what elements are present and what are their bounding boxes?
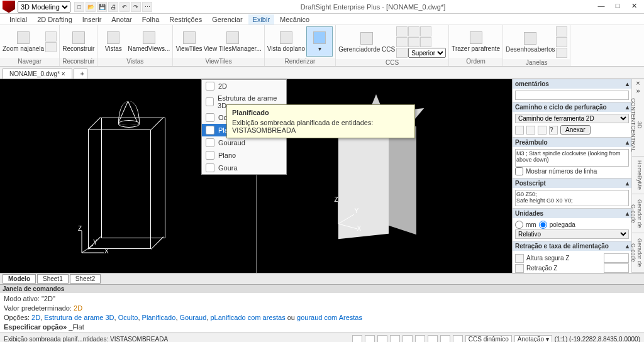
qat-new-icon[interactable]: □	[74, 2, 84, 12]
collapse-icon[interactable]: ▴	[626, 210, 629, 217]
tab-inserir[interactable]: Inserir	[78, 14, 106, 25]
vista-do-plano-button[interactable]: Vista doplano	[267, 26, 305, 57]
relativo-select[interactable]: Relativo	[515, 229, 629, 239]
cmd-link-oculto[interactable]: Oculto	[118, 314, 138, 321]
ccs-icon-1[interactable]	[396, 26, 408, 36]
add-doc-tab[interactable]: +	[74, 69, 87, 79]
collapse-icon[interactable]: ▴	[626, 180, 629, 187]
preambulo-text[interactable]: M3 ; Start spindle clockwise (looking fr…	[515, 149, 629, 167]
side-tab-homebyme[interactable]: HomeByMe	[632, 157, 644, 194]
tab-anotar[interactable]: Anotar	[107, 14, 136, 25]
vistas-button[interactable]: Vistas	[100, 26, 126, 57]
close-button[interactable]: ✕	[626, 2, 641, 12]
mostrar-linhas-checkbox[interactable]	[515, 167, 523, 175]
anexar-button[interactable]: Anexar	[560, 125, 591, 135]
status-icon-3[interactable]	[377, 335, 387, 342]
named-views-button[interactable]: NamedViews...	[128, 26, 170, 57]
help-icon[interactable]: ?	[549, 126, 558, 135]
win-icon-2[interactable]	[556, 37, 567, 47]
doc-tab-close-icon[interactable]: ×	[62, 70, 65, 77]
ccs-icon-3[interactable]	[420, 26, 431, 36]
desenhos-abertos-button[interactable]: Desenhosabertos	[506, 27, 555, 57]
reconstruir-button[interactable]: Reconstruir	[62, 26, 94, 57]
qat-redo-icon[interactable]: ↷	[131, 2, 141, 12]
ccs-icon-4[interactable]	[396, 37, 408, 47]
gerenciador-ccs-button[interactable]: Gerenciadorde CCS	[338, 27, 395, 57]
sheet-tab-1[interactable]: Sheet1	[37, 274, 69, 284]
status-icon-7[interactable]	[428, 335, 438, 342]
tab-2d-drafting[interactable]: 2D Drafting	[33, 14, 77, 25]
ccs-icon-7[interactable]	[396, 48, 408, 58]
ccs-view-select[interactable]: Superior	[408, 48, 446, 58]
doc-tab-active[interactable]: NONAME_0.dwg* ×	[3, 69, 72, 79]
command-window-body[interactable]: Modo ativo: "2D" Valor predeterminado: 2…	[0, 293, 644, 333]
cmd-link-planif-ar[interactable]: pLanificado com arestas	[210, 314, 285, 321]
nav-small-1[interactable]	[45, 31, 57, 41]
qat-open-icon[interactable]: 📂	[86, 2, 96, 12]
collapse-icon[interactable]: ▴	[626, 243, 629, 250]
status-icon-5[interactable]	[402, 335, 413, 342]
qat-more-icon[interactable]: ⋯	[142, 2, 152, 12]
gear-icon[interactable]	[515, 126, 524, 135]
collapse-icon[interactable]: ▴	[626, 80, 629, 87]
unit-pol-radio[interactable]	[539, 221, 547, 229]
cmd-link-2d[interactable]: 2D	[31, 314, 40, 321]
qat-undo-icon[interactable]: ↶	[119, 2, 130, 12]
cmd-link-gouraud-ar[interactable]: gouraud com Arestas	[297, 314, 362, 321]
tab-folha[interactable]: Folha	[138, 14, 164, 25]
unit-mm-radio[interactable]	[515, 221, 523, 229]
status-annot-toggle[interactable]: Anotação ▾	[514, 335, 552, 342]
retracao-z-input[interactable]	[604, 263, 629, 273]
dd-goura[interactable]: Goura	[202, 162, 286, 174]
toolpath-select[interactable]: Caminho de ferramenta 2D	[515, 114, 629, 123]
qat-save-icon[interactable]: 💾	[97, 2, 107, 12]
trazer-para-frente-button[interactable]: Trazer parafrente	[452, 26, 500, 57]
side-tab-gcode1[interactable]: Gerador de G-code	[632, 194, 644, 234]
qat-print-icon[interactable]: 🖨	[108, 2, 118, 12]
tab-exibir[interactable]: Exibir	[248, 14, 275, 25]
render-style-button[interactable]: ▾	[306, 26, 333, 57]
viewtiles-button[interactable]: ViewTiles	[175, 26, 202, 57]
postscript-text[interactable]: G0 Z50;Safe height G0 X0 Y0;	[515, 190, 629, 206]
cmd-link-gouraud[interactable]: Gouraud	[180, 314, 207, 321]
tab-restricoes[interactable]: Restrições	[165, 14, 206, 25]
comentarios-input[interactable]	[515, 91, 629, 100]
ccs-icon-6[interactable]	[420, 37, 431, 47]
folder-icon[interactable]	[526, 126, 535, 135]
win-icon-1[interactable]	[556, 26, 567, 36]
status-icon-4[interactable]	[390, 335, 400, 342]
status-icon-9[interactable]	[453, 335, 463, 342]
status-icon-8[interactable]	[440, 335, 450, 342]
status-ccs-toggle[interactable]: CCS dinâmico	[465, 335, 512, 342]
tab-gerenciar[interactable]: Gerenciar	[208, 14, 247, 25]
status-icon-1[interactable]	[352, 335, 362, 342]
win-icon-3[interactable]	[556, 48, 567, 58]
workspace-select[interactable]: 3D Modeling	[18, 1, 70, 13]
side-tab-3dcc[interactable]: 3D CONTENTCENTRAL	[632, 94, 644, 157]
zoom-na-janela-button[interactable]: Zoom najanela	[3, 26, 44, 57]
status-icon-2[interactable]	[365, 335, 375, 342]
sheet-tab-2[interactable]: Sheet2	[70, 274, 101, 284]
ccs-icon-5[interactable]	[408, 37, 419, 47]
dd-2d[interactable]: 2D	[202, 80, 286, 92]
minimize-button[interactable]: —	[594, 2, 609, 12]
altura-z-input[interactable]	[604, 253, 629, 263]
side-pin-icon[interactable]: »	[632, 87, 644, 94]
collapse-icon[interactable]: ▴	[626, 139, 629, 146]
save-icon[interactable]	[538, 126, 547, 135]
cmd-link-planif[interactable]: Planificado	[142, 314, 176, 321]
viewtiles-manager-button[interactable]: View TilesManager...	[204, 26, 262, 57]
tab-mecanico[interactable]: Mecânico	[275, 14, 314, 25]
ccs-icon-2[interactable]	[408, 26, 419, 36]
dd-gouraud[interactable]: Gouraud	[202, 136, 286, 149]
dd-plano[interactable]: Plano	[202, 149, 286, 162]
maximize-button[interactable]: □	[610, 2, 625, 12]
sheet-tab-modelo[interactable]: Modelo	[3, 274, 36, 284]
collapse-icon[interactable]: ▴	[626, 104, 629, 111]
side-close-icon[interactable]: ×	[632, 79, 644, 87]
side-tab-gcode2[interactable]: Gerador de G-code	[632, 233, 644, 273]
nav-small-2[interactable]	[45, 42, 57, 52]
tab-inicial[interactable]: Inicial	[5, 14, 31, 25]
status-icon-6[interactable]	[415, 335, 425, 342]
cmd-link-wire[interactable]: Estrutura de arame 3D	[44, 314, 114, 321]
